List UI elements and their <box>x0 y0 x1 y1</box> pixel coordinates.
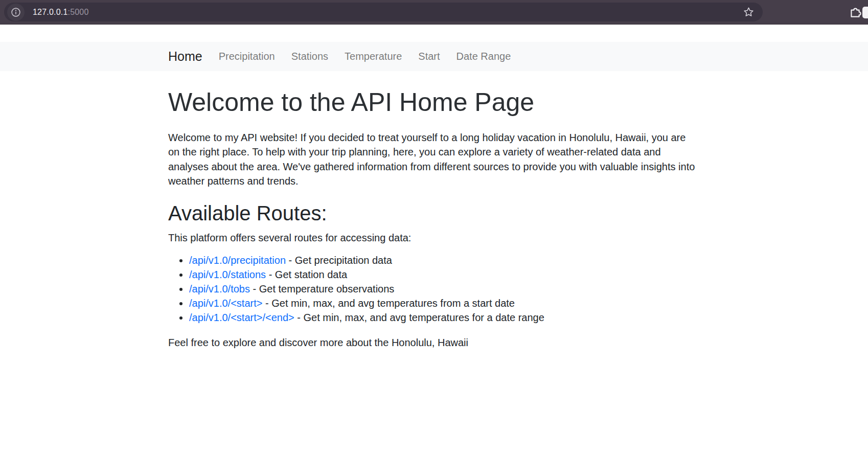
page-top-gap <box>0 25 868 42</box>
route-desc-stations: - Get station data <box>266 269 347 280</box>
address-bar[interactable]: 127.0.0.1:5000 <box>4 3 763 21</box>
route-desc-tobs: - Get temperature observations <box>250 283 394 294</box>
site-navbar: Home Precipitation Stations Temperature … <box>0 42 868 71</box>
browser-toolbar: 127.0.0.1:5000 <box>0 0 868 25</box>
url-host: 127.0.0.1 <box>33 8 68 16</box>
info-icon <box>10 7 21 18</box>
route-link-start[interactable]: /api/v1.0/<start> <box>189 298 262 309</box>
extensions-button[interactable] <box>847 4 864 21</box>
nav-item-start[interactable]: Start <box>418 51 440 62</box>
route-item-stations: /api/v1.0/stations - Get station data <box>189 267 700 282</box>
route-link-stations[interactable]: /api/v1.0/stations <box>189 269 266 280</box>
star-icon <box>743 6 755 18</box>
route-item-start: /api/v1.0/<start> - Get min, max, and av… <box>189 296 700 310</box>
route-item-start-end: /api/v1.0/<start>/<end> - Get min, max, … <box>189 310 700 325</box>
nav-item-home[interactable]: Home <box>168 49 202 64</box>
route-desc-start-end: - Get min, max, and avg temperatures for… <box>294 312 544 323</box>
nav-item-date-range[interactable]: Date Range <box>456 51 511 62</box>
route-desc-precipitation: - Get precipitation data <box>286 255 392 266</box>
route-item-tobs: /api/v1.0/tobs - Get temperature observa… <box>189 282 700 296</box>
url-port: :5000 <box>68 8 89 16</box>
nav-item-stations[interactable]: Stations <box>291 51 328 62</box>
nav-item-precipitation[interactable]: Precipitation <box>219 51 275 62</box>
route-link-tobs[interactable]: /api/v1.0/tobs <box>189 283 250 294</box>
bookmark-star-button[interactable] <box>741 5 756 19</box>
routes-intro: This platform offers several routes for … <box>168 232 700 244</box>
extensions-puzzle-icon <box>849 6 862 19</box>
profile-avatar-partial[interactable] <box>862 7 868 18</box>
routes-heading: Available Routes: <box>168 202 700 225</box>
main-content: Welcome to the API Home Page Welcome to … <box>168 71 700 349</box>
route-desc-start: - Get min, max, and avg temperatures fro… <box>262 298 515 309</box>
page-title: Welcome to the API Home Page <box>168 88 700 118</box>
footer-note: Feel free to explore and discover more a… <box>168 337 700 349</box>
route-link-start-end[interactable]: /api/v1.0/<start>/<end> <box>189 312 294 323</box>
nav-item-temperature[interactable]: Temperature <box>345 51 402 62</box>
intro-paragraph: Welcome to my API website! If you decide… <box>168 130 700 189</box>
url-text[interactable]: 127.0.0.1:5000 <box>33 8 89 17</box>
route-item-precipitation: /api/v1.0/precipitation - Get precipitat… <box>189 253 700 267</box>
route-link-precipitation[interactable]: /api/v1.0/precipitation <box>189 255 286 266</box>
routes-list: /api/v1.0/precipitation - Get precipitat… <box>168 253 700 325</box>
site-info-button[interactable] <box>7 4 25 21</box>
